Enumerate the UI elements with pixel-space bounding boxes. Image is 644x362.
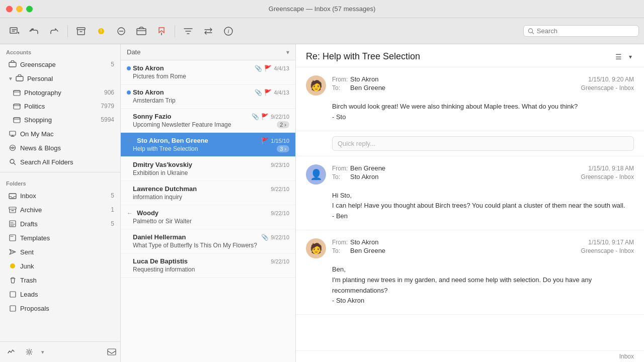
svg-rect-2 [77,28,85,30]
maximize-button[interactable] [26,6,33,12]
sidebar-item-proposals[interactable]: Proposals [2,302,118,315]
expand-button[interactable]: ▾ [627,52,634,61]
email-msg-header-1: 🧑 From: Sto Akron 1/15/10, 9:20 AM To: B… [306,75,634,96]
msg-subject: Amsterdam Trip [133,97,289,104]
sidebar-item-templates[interactable]: Templates [2,231,118,244]
svg-rect-13 [14,90,20,96]
unread-dot [127,66,131,70]
from-label-3: From: [332,239,347,246]
email-detail: Re: Help with Tree Selection ☰ ▾ 🧑 From:… [296,44,644,362]
flag-button[interactable]: ! [92,23,110,40]
date-value-1: 1/15/10, 9:20 AM [588,76,634,83]
folders-label: Folders [0,175,120,189]
sidebar-item-news-blogs[interactable]: News & Blogs [2,141,118,154]
politics-icon [12,102,21,111]
email-to-row-1: To: Ben Greene Greenscape - Inbox [332,84,634,92]
drafts-icon [8,219,17,228]
msg-subject: What Type of Butterfly Is This On My Flo… [133,242,289,249]
back-arrow-icon: ← [127,210,133,217]
email-from-row-1: From: Sto Akron 1/15/10, 9:20 AM [332,75,634,83]
svg-rect-0 [10,28,17,33]
svg-rect-14 [14,90,20,92]
greenscape-count: 5 [111,61,114,68]
close-button[interactable] [6,6,13,12]
message-item[interactable]: Daniel Hellerman 📎 9/22/10 What Type of … [121,229,295,253]
search-input[interactable] [537,27,634,35]
proposals-label: Proposals [20,305,114,312]
sidebar-item-leads[interactable]: Leads [2,288,118,301]
sidebar-item-politics[interactable]: Politics 7979 [6,100,118,113]
sidebar-bottom: ▾ [0,341,120,362]
move-button[interactable] [132,23,150,40]
svg-point-29 [28,351,31,353]
compose-button[interactable] [5,23,23,40]
forward-button[interactable] [45,23,63,40]
settings-button[interactable] [22,345,36,359]
message-item[interactable]: Lawrence Dutchman 9/22/10 information in… [121,181,295,205]
from-label-1: From: [332,76,347,83]
compose-small-button[interactable] [107,347,116,357]
svg-point-26 [10,263,15,268]
archive-button[interactable] [72,23,90,40]
thread-view-button[interactable]: ☰ [612,52,625,62]
msg-sender: Sonny Fazio [133,113,250,120]
sidebar-item-search-all[interactable]: Search All Folders [2,155,118,168]
filter-button[interactable] [179,23,197,40]
reply-all-button[interactable] [25,23,43,40]
message-item[interactable]: ← Woody 9/22/10 Palmetto or Sir Walter [121,205,295,229]
message-item[interactable]: Dmitry Vas'kovskiy 9/23/10 Exhibition in… [121,157,295,181]
msg-subject: Palmetto or Sir Walter [133,218,289,225]
sidebar-item-greenscape[interactable]: Greenscape 5 [2,58,118,71]
sidebar-item-sent[interactable]: Sent [2,245,118,258]
message-item[interactable]: Sto Akron 📎 🚩 4/4/13 Pictures from Rome [121,60,295,84]
source-value-3: Greenscape - Inbox [581,247,634,254]
svg-rect-16 [14,104,20,106]
message-item[interactable]: Sonny Fazio 📎 🚩 9/22/10 Upcoming Newslet… [121,109,295,133]
sidebar-item-drafts[interactable]: Drafts 5 [2,217,118,230]
msg-sender: Dmitry Vas'kovskiy [133,161,269,168]
junk-label: Junk [20,262,114,270]
message-item-selected[interactable]: ← Sto Akron, Ben Greene 🚩 1/15/10 Help w… [121,133,295,157]
shopping-label: Shopping [24,116,99,124]
to-label-1: To: [332,84,347,92]
separator-1 [67,25,68,37]
delete-button[interactable] [112,23,130,40]
msg-date: 9/22/10 [271,234,289,240]
photography-count: 906 [104,89,114,96]
minimize-button[interactable] [16,6,23,12]
source-value-2: Greenscape - Inbox [581,173,634,180]
message-item[interactable]: Luca De Baptistis 9/22/10 Requesting inf… [121,253,295,278]
sort-label: Date [127,48,286,56]
personal-toggle: ▼ [8,76,13,81]
transfer-button[interactable] [199,23,217,40]
msg-subject: Upcoming Newsletter Feature Image [133,121,277,128]
msg-subject: Help with Tree Selection [133,145,277,152]
sidebar-item-trash[interactable]: Trash [2,274,118,287]
drafts-count: 5 [111,220,114,227]
sidebar-item-archive[interactable]: Archive 1 [2,203,118,216]
trash-label: Trash [20,277,114,284]
mark-button[interactable] [152,23,171,40]
sidebar-item-personal[interactable]: ▼ Personal [2,72,118,85]
activity-button[interactable] [4,345,18,359]
search-box[interactable] [523,25,639,37]
quick-reply-input[interactable]: Quick reply... [332,136,634,151]
sidebar-item-shopping[interactable]: Shopping 5994 [6,113,118,126]
info-button[interactable]: i [219,23,237,40]
sidebar-item-photography[interactable]: Photography 906 [6,86,118,99]
msg-date: 9/23/10 [271,162,289,168]
message-item[interactable]: Sto Akron 📎 🚩 4/4/13 Amsterdam Trip [121,84,295,109]
quick-reply[interactable]: Quick reply... [296,131,644,156]
attachment-icon: 📎 [261,234,269,241]
sidebar-item-junk[interactable]: Junk [2,259,118,273]
sidebar-item-on-my-mac[interactable]: On My Mac [2,127,118,140]
msg-subject: Exhibition in Ukraine [133,169,289,176]
archive-count: 1 [111,206,114,213]
msg-date: 9/22/10 [271,186,289,192]
from-value-2: Ben Greene [350,164,385,172]
msg-date: 4/4/13 [274,65,289,71]
message-list-header: Date ▾ [121,44,295,60]
svg-rect-28 [10,306,16,311]
sidebar-item-inbox[interactable]: Inbox 5 [2,189,118,202]
leads-icon [8,290,17,299]
